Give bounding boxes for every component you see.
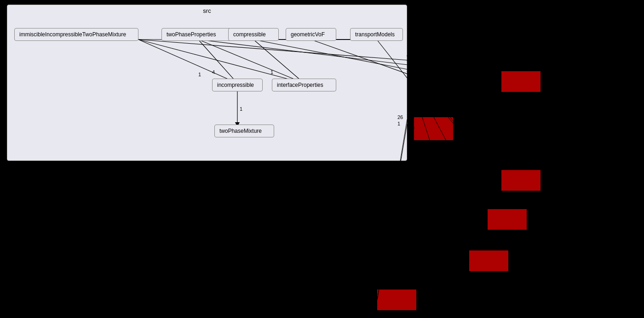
svg-text:26: 26 [397,114,403,120]
svg-text:1: 1 [240,106,242,112]
svg-line-10 [253,40,408,69]
svg-line-28 [407,71,501,81]
svg-text:1: 1 [198,72,201,77]
red-box-3 [501,170,540,191]
svg-line-26 [407,64,501,81]
svg-line-7 [198,40,408,65]
src-label: src [203,7,211,14]
svg-line-12 [311,40,408,74]
node-geometricVoF-label: geometricVoF [291,31,325,38]
svg-line-31 [407,60,414,129]
svg-line-24 [407,55,501,81]
node-immiscible-label: immiscibleIncompressibleTwoPhaseMixture [19,31,126,38]
svg-line-3 [138,40,408,60]
svg-line-0 [138,40,237,83]
red-box-5 [469,250,508,271]
red-box-6 [377,290,416,310]
node-transportModels-label: transportModels [355,31,395,38]
svg-text:1: 1 [270,69,273,75]
svg-line-25 [407,60,501,81]
main-diagram: src 1 4 1 1 [7,5,407,161]
svg-line-8 [253,40,304,83]
svg-line-5 [198,40,304,83]
node-geometricVoF[interactable]: geometricVoF [286,28,336,41]
svg-line-35 [407,67,488,219]
node-interfaceProperties[interactable]: interfaceProperties [272,79,336,91]
red-box-1 [501,71,540,92]
svg-line-29 [407,74,501,81]
svg-text:4: 4 [212,69,215,75]
node-incompressible-label: incompressible [217,82,254,88]
node-immiscible[interactable]: immiscibleIncompressibleTwoPhaseMixture [14,28,138,41]
svg-line-27 [407,69,501,81]
node-twoPhaseProperties[interactable]: twoPhaseProperties [161,28,233,41]
svg-line-1 [138,40,304,83]
node-twoPhaseMixture-label: twoPhaseMixture [219,128,262,134]
svg-line-30 [407,55,414,129]
node-twoPhaseMixture[interactable]: twoPhaseMixture [214,125,274,137]
node-compressible[interactable]: compressible [228,28,279,41]
svg-line-36 [407,71,469,261]
svg-line-13 [377,40,408,79]
svg-line-4 [198,40,237,83]
svg-line-32 [407,119,414,129]
node-incompressible[interactable]: incompressible [212,79,263,91]
node-twoPhaseProperties-label: twoPhaseProperties [167,31,216,38]
node-interfaceProperties-label: interfaceProperties [277,82,323,88]
node-transportModels[interactable]: transportModels [350,28,403,41]
node-compressible-label: compressible [233,31,266,38]
red-box-2 [414,117,453,140]
svg-text:1: 1 [397,121,400,126]
red-box-4 [488,209,527,230]
